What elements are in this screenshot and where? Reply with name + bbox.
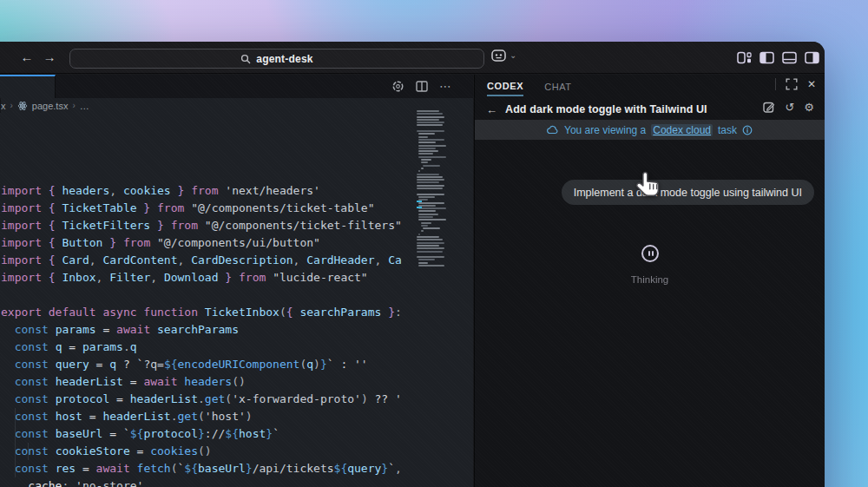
breadcrumb-tail[interactable]: … [80,101,89,111]
minimap-line [418,139,444,141]
minimap-line [418,234,420,235]
close-panel-icon[interactable]: ✕ [807,78,816,90]
minimap-line [418,210,436,212]
indent-guide [28,443,29,460]
address-bar[interactable]: agent-desk [69,49,484,69]
breadcrumb-separator: › [10,101,13,110]
user-message-bubble: Implement a dark mode toggle using tailw… [562,180,814,205]
minimap-change-marker [417,201,422,202]
codex-cloud-link[interactable]: Codex cloud [651,124,713,136]
codex-panel: CODEX CHAT ✕ ← Add dark mode toggle with… [474,75,825,487]
code-line: const params = await searchParams [1,321,473,339]
thinking-label: Thinking [475,274,825,285]
minimap-line [417,174,439,175]
openai-logo-icon[interactable] [391,80,404,93]
split-editor-icon[interactable] [416,81,428,92]
agent-face-icon [491,49,506,62]
pause-circle-icon [641,245,659,262]
toggle-right-sidebar-icon[interactable] [804,50,819,64]
window-layout-controls [736,50,819,64]
editor-tab-bar: page.tsx ✕ ⋯ [0,75,473,98]
code-content[interactable]: import { headers, cookies } from 'next/h… [0,113,473,487]
more-actions-icon[interactable]: ⋯ [439,79,452,93]
minimap-line [418,141,436,143]
code-line: export default async function TicketInbo… [1,304,473,321]
minimap-line [417,113,443,115]
user-message-text: Implement a dark mode toggle using tailw… [574,187,802,199]
edit-task-icon[interactable] [763,101,775,113]
code-line: const baseUrl = `${protocol}://${host}` [1,425,473,443]
minimap[interactable] [417,110,470,268]
minimap-line [423,227,440,229]
minimap-line [418,136,428,138]
minimap-line [418,259,435,260]
code-line: const res = await fetch(`${baseUrl}/api/… [1,460,473,477]
chevron-down-icon: ⌄ [510,50,516,60]
forward-icon[interactable]: → [42,49,57,64]
toggle-left-sidebar-icon[interactable] [759,50,774,64]
minimap-line [417,194,444,195]
breadcrumb-separator: › [72,101,75,110]
tab-page-tsx[interactable]: page.tsx ✕ [0,75,56,98]
task-back-icon[interactable]: ← [486,103,497,116]
code-line: const headerList = await headers() [1,373,473,391]
minimap-line [417,251,443,253]
history-icon[interactable]: ↺ [785,102,794,113]
minimap-line [417,130,444,132]
code-line: const host = headerList.get('host') [1,408,473,425]
breadcrumb-file[interactable]: page.tsx [32,101,69,111]
agent-profile-button[interactable]: ⌄ [491,49,516,62]
browser-window: ← → agent-desk ⌄ [0,42,825,487]
back-icon[interactable]: ← [19,49,35,64]
expand-panel-icon[interactable] [786,78,798,90]
search-icon [240,54,251,64]
settings-gear-icon[interactable]: ⚙ [804,102,814,113]
task-header: ← Add dark mode toggle with Tailwind UI … [475,99,825,120]
info-icon[interactable] [742,125,753,135]
desktop-background: ← → agent-desk ⌄ [0,0,868,487]
minimap-line [421,168,424,169]
minimap-line [418,170,420,172]
code-line: const protocol = headerList.get('x-forwa… [1,391,473,408]
breadcrumb-root[interactable]: x [1,101,6,111]
minimap-line [421,225,428,227]
cloud-icon [547,125,559,135]
minimap-line [423,165,440,167]
codex-panel-header: CODEX CHAT ✕ [475,75,825,97]
minimap-line [418,202,444,204]
minimap-line [418,150,438,152]
minimap-line [421,161,428,163]
minimap-line [417,239,443,240]
minimap-line [418,216,433,218]
indent-guide [15,408,16,477]
minimap-line [417,119,439,121]
minimap-line [417,242,444,244]
minimap-line [418,214,438,215]
minimap-line [417,188,443,189]
code-line [1,286,473,304]
minimap-line [418,153,433,155]
code-line: import { TicketTable } from "@/component… [1,200,473,217]
address-url[interactable]: agent-desk [256,53,312,65]
minimap-line [417,124,443,126]
header-divider [775,78,776,90]
minimap-line [417,245,439,247]
minimap-line [417,256,444,258]
breadcrumb[interactable]: x › page.tsx › … [1,98,473,113]
toggle-bottom-panel-icon[interactable] [781,50,797,64]
minimap-line [421,230,424,232]
customize-layout-icon[interactable] [736,50,752,64]
react-file-icon [17,101,28,111]
tab-codex[interactable]: CODEX [487,76,523,96]
tab-chat[interactable]: CHAT [544,77,572,95]
code-line: const q = params.q [1,339,473,356]
banner-prefix: You are viewing a [564,124,646,136]
code-line: import { headers, cookies } from 'next/h… [1,182,473,200]
minimap-line [418,156,446,158]
minimap-line [418,219,446,220]
browser-toolbar: ← → agent-desk ⌄ [0,42,825,74]
code-editor: page.tsx ✕ ⋯ x › [0,75,473,487]
code-line: const query = q ? `?q=${encodeURICompone… [1,356,473,373]
editor-toolbar-actions: ⋯ [391,79,452,93]
minimap-line [418,196,435,198]
